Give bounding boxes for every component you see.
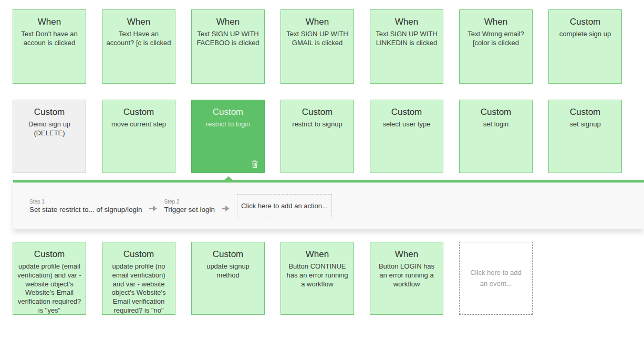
event-description: Button LOGIN has an error running a work… xyxy=(370,262,443,288)
add-action-button[interactable]: Click here to add an action... xyxy=(237,194,332,218)
event-description: Text Don't have an accoun is clicked xyxy=(13,30,86,47)
event-type: Custom xyxy=(102,249,175,260)
event-description: Text Have an account? [c is clicked xyxy=(102,30,175,47)
step-label: Step 2 xyxy=(164,199,215,205)
trash-icon[interactable] xyxy=(251,159,259,168)
event-description: Button CONTINUE has an error running a w… xyxy=(281,262,354,288)
event-description: set login xyxy=(460,120,532,129)
event-type: Custom xyxy=(192,249,264,260)
event-type: Custom xyxy=(281,107,354,117)
event-description: Text Wrong email? [color is clicked xyxy=(460,30,532,47)
event-description: Text SIGN UP WITH FACEBOO is clicked xyxy=(192,30,264,47)
event-card[interactable]: Custom update signup method xyxy=(191,242,265,315)
event-card[interactable]: When Button CONTINUE has an error runnin… xyxy=(281,242,354,315)
add-event-button[interactable]: Click here to add an event... xyxy=(459,242,533,315)
event-type: Custom xyxy=(192,107,264,117)
event-type: Custom xyxy=(370,107,443,117)
event-description: update profile (email verification) and … xyxy=(13,262,86,315)
arrow-right-icon xyxy=(222,205,230,212)
step-2[interactable]: Step 2 Trigger set login xyxy=(164,199,215,213)
event-description: set signup xyxy=(549,120,621,129)
event-type: When xyxy=(460,17,532,27)
event-type: When xyxy=(192,17,264,27)
event-type: Custom xyxy=(102,107,175,117)
event-type: When xyxy=(370,17,443,27)
event-card[interactable]: When Text Don't have an accoun is clicke… xyxy=(13,9,86,84)
event-card[interactable]: Custom move current step xyxy=(102,100,175,173)
step-text: Trigger set login xyxy=(164,206,215,213)
event-type: Custom xyxy=(13,107,86,117)
event-card[interactable]: Custom complete sign up xyxy=(548,9,622,84)
arrow-right-icon xyxy=(149,205,158,212)
event-type: Custom xyxy=(460,107,532,117)
event-type: When xyxy=(13,17,86,27)
event-type: Custom xyxy=(549,107,621,117)
event-row-2: Custom Demo sign up (DELETE) Custom move… xyxy=(13,100,622,173)
event-card[interactable]: When Text SIGN UP WITH GMAIL is clicked xyxy=(281,9,354,84)
event-type: Custom xyxy=(549,17,621,27)
step-label: Step 1 xyxy=(29,199,142,205)
event-type: Custom xyxy=(13,249,86,260)
event-type: When xyxy=(281,249,354,260)
event-description: Demo sign up (DELETE) xyxy=(13,120,86,137)
event-card[interactable]: When Text Wrong email? [color is clicked xyxy=(459,9,533,84)
action-panel: Step 1 Set state restrict to... of signu… xyxy=(13,180,644,229)
event-description: move current step xyxy=(102,120,175,129)
event-card-demo[interactable]: Custom Demo sign up (DELETE) xyxy=(13,100,86,173)
event-card[interactable]: When Text SIGN UP WITH FACEBOO is clicke… xyxy=(191,9,265,84)
event-card[interactable]: When Text Have an account? [c is clicked xyxy=(102,9,175,84)
event-type: When xyxy=(281,17,354,27)
event-description: Text SIGN UP WITH GMAIL is clicked xyxy=(281,30,354,47)
event-card[interactable]: Custom set signup xyxy=(548,100,622,173)
step-text: Set state restrict to... of signup/login xyxy=(29,206,142,213)
event-card-selected[interactable]: Custom restrict to login xyxy=(191,100,265,173)
event-description: restrict to login xyxy=(192,120,264,129)
step-1[interactable]: Step 1 Set state restrict to... of signu… xyxy=(29,199,142,213)
event-card[interactable]: Custom select user type xyxy=(370,100,443,173)
event-card[interactable]: Custom restrict to signup xyxy=(281,100,354,173)
event-description: update profile (no email verification) a… xyxy=(102,262,175,315)
event-card[interactable]: Custom update profile (email verificatio… xyxy=(13,242,86,315)
event-card[interactable]: Custom set login xyxy=(459,100,533,173)
event-row-3: Custom update profile (email verificatio… xyxy=(13,242,533,315)
event-description: restrict to signup xyxy=(281,120,354,129)
event-card[interactable]: When Button LOGIN has an error running a… xyxy=(370,242,443,315)
event-description: select user type xyxy=(370,120,443,129)
event-card[interactable]: Custom update profile (no email verifica… xyxy=(102,242,175,315)
event-type: When xyxy=(102,17,175,27)
event-description: complete sign up xyxy=(549,30,621,39)
event-description: Text SIGN UP WITH LINKEDIN is clicked xyxy=(370,30,443,47)
event-card[interactable]: When Text SIGN UP WITH LINKEDIN is click… xyxy=(370,9,443,84)
event-row-1: When Text Don't have an accoun is clicke… xyxy=(13,9,622,84)
event-type: When xyxy=(370,249,443,260)
event-description: update signup method xyxy=(192,262,264,280)
